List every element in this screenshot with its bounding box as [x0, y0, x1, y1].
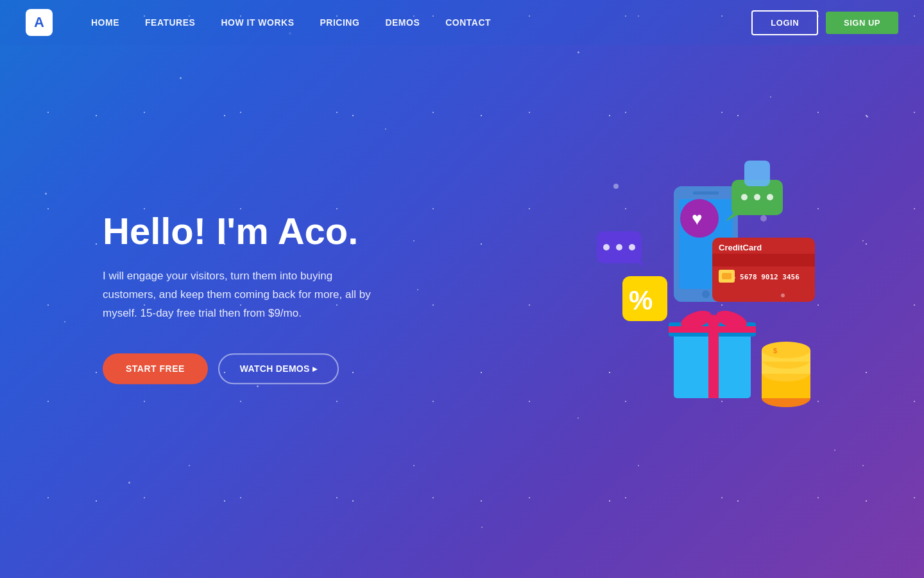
- svg-rect-18: [712, 254, 815, 267]
- hero-section: A HOME FEATURES HOW IT WORKS PRICING DEM…: [0, 0, 924, 578]
- signup-button[interactable]: SIGN UP: [826, 12, 898, 34]
- svg-point-12: [741, 194, 748, 200]
- nav-contact[interactable]: CONTACT: [445, 17, 491, 28]
- nav-links: HOME FEATURES HOW IT WORKS PRICING DEMOS…: [91, 17, 751, 28]
- svg-text:CreditCard: CreditCard: [719, 243, 762, 252]
- hero-illustration: ♥ 1234: [539, 128, 860, 450]
- svg-rect-16: [744, 161, 770, 186]
- illustration-svg: ♥ 1234: [539, 128, 860, 450]
- login-button[interactable]: LOGIN: [751, 10, 818, 35]
- nav-demos[interactable]: DEMOS: [385, 17, 420, 28]
- svg-text:%: %: [629, 285, 653, 315]
- logo[interactable]: A: [26, 9, 53, 36]
- logo-icon: A: [26, 9, 53, 36]
- svg-point-14: [767, 194, 773, 200]
- svg-point-41: [781, 293, 785, 297]
- nav-features[interactable]: FEATURES: [145, 17, 195, 28]
- svg-point-3: [702, 290, 710, 298]
- svg-rect-27: [708, 322, 719, 398]
- svg-point-40: [613, 184, 619, 189]
- svg-rect-2: [693, 191, 719, 195]
- svg-point-42: [760, 215, 767, 222]
- hero-title: Hello! I'm Aco.: [103, 211, 372, 252]
- svg-point-7: [629, 244, 635, 250]
- svg-point-31: [707, 315, 720, 328]
- navbar: A HOME FEATURES HOW IT WORKS PRICING DEM…: [0, 0, 924, 45]
- nav-how-it-works[interactable]: HOW IT WORKS: [221, 17, 294, 28]
- svg-point-6: [616, 244, 622, 250]
- hero-buttons: START FREE WATCH DEMOS ▸: [103, 354, 372, 385]
- svg-rect-22: [722, 273, 732, 279]
- svg-point-38: [762, 342, 810, 358]
- hero-content: Hello! I'm Aco. I will engage your visit…: [103, 211, 372, 384]
- svg-text:♥: ♥: [692, 209, 703, 229]
- svg-point-5: [603, 244, 610, 250]
- svg-text:$: $: [773, 347, 777, 355]
- nav-home[interactable]: HOME: [91, 17, 119, 28]
- watch-demos-button[interactable]: WATCH DEMOS ▸: [218, 354, 339, 385]
- svg-point-13: [754, 194, 760, 200]
- nav-pricing[interactable]: PRICING: [320, 17, 360, 28]
- hero-subtitle: I will engage your visitors, turn them i…: [103, 267, 372, 323]
- start-free-button[interactable]: START FREE: [103, 354, 208, 385]
- nav-actions: LOGIN SIGN UP: [751, 10, 898, 35]
